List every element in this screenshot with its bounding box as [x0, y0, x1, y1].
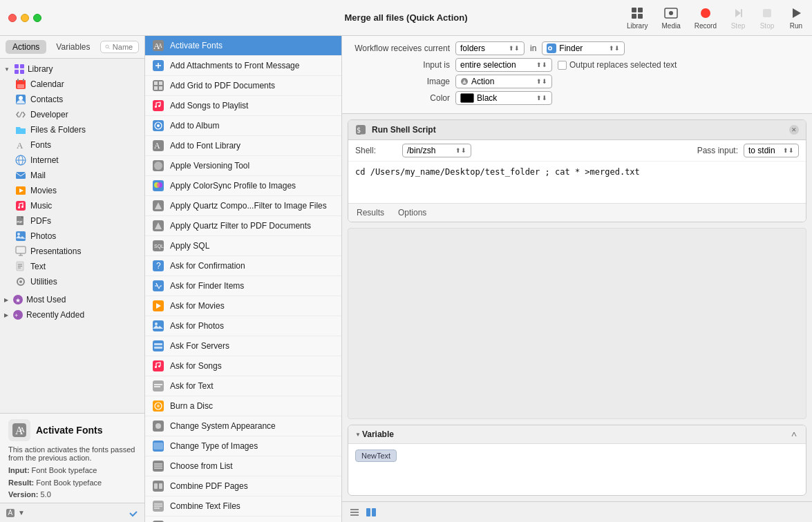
maximize-button[interactable]	[33, 14, 41, 22]
presentations-icon	[15, 246, 26, 257]
most-used-label: Most Used	[26, 295, 66, 304]
tab-results[interactable]: Results	[354, 206, 387, 219]
svg-rect-61	[159, 86, 162, 90]
sidebar-item-files[interactable]: Files & Folders	[0, 122, 144, 137]
action-item-ask-songs[interactable]: Ask for Songs	[145, 356, 341, 376]
run-label: Run	[790, 22, 802, 30]
svg-point-30	[18, 206, 20, 209]
pass-input-select[interactable]: to stdin ⬆⬇	[744, 144, 799, 157]
sidebar-item-text[interactable]: Text	[0, 259, 144, 274]
choose-from-list-icon	[152, 460, 164, 472]
action-item-ask-movies[interactable]: Ask for Movies	[145, 296, 341, 316]
action-item-activate-fonts[interactable]: A A Activate Fonts	[145, 36, 341, 56]
version-value: 5.0	[40, 490, 50, 499]
add-action-icon[interactable]: A	[6, 508, 15, 518]
image-select[interactable]: Action ⬆⬇	[455, 75, 552, 88]
action-item-ask-text[interactable]: Ask for Text	[145, 376, 341, 396]
run-button[interactable]: Run	[789, 6, 804, 30]
record-button[interactable]: Record	[695, 6, 717, 30]
shell-select[interactable]: /bin/zsh ⬆⬇	[402, 144, 471, 157]
action-label: Ask for Songs	[170, 361, 222, 371]
library-button[interactable]: Library	[627, 6, 648, 30]
step-button[interactable]: Step	[730, 6, 746, 30]
action-item-add-font-library[interactable]: A Add to Font Library	[145, 136, 341, 156]
sidebar-item-developer[interactable]: Developer	[0, 107, 144, 122]
action-item-apply-sql[interactable]: SQL Apply SQL	[145, 236, 341, 256]
sidebar-item-pdfs-label: PDFs	[30, 216, 51, 226]
action-item-combine-text[interactable]: Combine Text Files	[145, 496, 341, 516]
color-arrow: ⬆⬇	[536, 95, 547, 102]
action-item-apple-versioning[interactable]: Apple Versioning Tool	[145, 156, 341, 176]
minimize-button[interactable]	[21, 14, 29, 22]
action-item-ask-confirmation[interactable]: ? Ask for Confirmation	[145, 256, 341, 276]
search-box[interactable]	[100, 41, 140, 53]
sidebar-item-fonts[interactable]: A Fonts	[0, 137, 144, 153]
library-section-header[interactable]: ▼ Library	[0, 61, 144, 77]
action-item-choose-from-list[interactable]: Choose from List	[145, 456, 341, 476]
svg-text:★: ★	[15, 297, 21, 304]
info-header: A A Activate Fonts	[8, 419, 136, 441]
close-button[interactable]	[8, 14, 17, 22]
search-input[interactable]	[113, 43, 134, 51]
action-item-compress-pdf[interactable]: Compress Images in PDF Documents	[145, 516, 341, 522]
info-meta: Input: Font Book typeface Result: Font B…	[8, 465, 136, 501]
music-icon	[15, 200, 26, 211]
action-item-add-grid[interactable]: Add Grid to PDF Documents	[145, 76, 341, 96]
script-tabs: Results Options	[348, 203, 806, 222]
sidebar-item-music[interactable]: Music	[0, 198, 144, 213]
library-icon	[14, 64, 25, 75]
workflow-header: Workflow receives current folders ⬆⬇ in …	[342, 36, 812, 114]
sidebar-item-presentations[interactable]: Presentations	[0, 244, 144, 259]
media-button[interactable]: Media	[662, 6, 681, 30]
sidebar-item-movies[interactable]: Movies	[0, 183, 144, 198]
action-item-add-album[interactable]: Add to Album	[145, 116, 341, 136]
input-is-select[interactable]: entire selection ⬆⬇	[455, 58, 552, 72]
action-item-ask-photos[interactable]: Ask for Photos	[145, 316, 341, 336]
finder-select[interactable]: Finder ⬆⬇	[542, 41, 625, 55]
action-label: Ask for Finder Items	[170, 281, 244, 291]
output-label: Output replaces selected text	[569, 60, 677, 70]
apple-versioning-icon	[152, 160, 164, 172]
sidebar-item-calendar[interactable]: Calendar	[0, 77, 144, 92]
action-item-change-type-images[interactable]: Change Type of Images	[145, 436, 341, 456]
variable-header[interactable]: ▼ Variable	[348, 425, 806, 444]
tab-actions[interactable]: Actions	[6, 40, 46, 54]
list-icon[interactable]	[349, 507, 360, 518]
sidebar-item-contacts[interactable]: Contacts	[0, 92, 144, 107]
svg-point-73	[157, 182, 162, 188]
receives-arrow: ⬆⬇	[509, 45, 520, 52]
tab-variables[interactable]: Variables	[49, 40, 97, 54]
output-replaces-checkbox[interactable]: Output replaces selected text	[558, 60, 677, 70]
receives-select[interactable]: folders ⬆⬇	[455, 41, 525, 55]
action-item-apply-colorsync[interactable]: Apply ColorSync Profile to Images	[145, 176, 341, 196]
image-label: Image	[353, 77, 450, 86]
sidebar-item-mail[interactable]: Mail	[0, 168, 144, 183]
sidebar-item-photos[interactable]: Photos	[0, 229, 144, 244]
most-used-section[interactable]: ▶ ★ Most Used	[0, 292, 144, 307]
action-item-add-songs[interactable]: Add Songs to Playlist	[145, 96, 341, 116]
sidebar-item-pdfs[interactable]: PDF PDFs	[0, 213, 144, 229]
script-close-button[interactable]: ✕	[789, 125, 799, 135]
receives-label: Workflow receives current	[353, 44, 450, 53]
svg-rect-14	[20, 70, 24, 74]
action-item-burn-disc[interactable]: Burn a Disc	[145, 396, 341, 416]
tab-options[interactable]: Options	[395, 206, 429, 219]
svg-rect-13	[15, 70, 19, 74]
most-used-expand: ▶	[4, 297, 8, 303]
svg-text:A: A	[8, 509, 13, 516]
action-item-apply-quartz-filter[interactable]: Apply Quartz Filter to PDF Documents	[145, 216, 341, 236]
action-item-ask-servers[interactable]: Ask For Servers	[145, 336, 341, 356]
output-checkbox-box[interactable]	[558, 61, 567, 70]
action-item-combine-pdf[interactable]: Combine PDF Pages	[145, 476, 341, 496]
action-item-apply-quartz-compose[interactable]: Apply Quartz Compo...Filter to Image Fil…	[145, 196, 341, 216]
stop-button[interactable]: Stop	[759, 6, 775, 30]
sidebar-item-utilities[interactable]: Utilities	[0, 274, 144, 289]
sidebar-item-internet[interactable]: Internet	[0, 153, 144, 168]
action-item-add-attachments[interactable]: Add Attachments to Front Message	[145, 56, 341, 76]
action-item-ask-finder[interactable]: Ask for Finder Items	[145, 276, 341, 296]
color-select[interactable]: Black ⬆⬇	[455, 91, 552, 105]
script-code[interactable]: cd /Users/my_name/Desktop/test_folder ; …	[348, 162, 806, 203]
action-item-change-appearance[interactable]: Change System Appearance	[145, 416, 341, 436]
columns-icon[interactable]	[366, 507, 377, 518]
recently-added-section[interactable]: ▶ + Recently Added	[0, 307, 144, 322]
